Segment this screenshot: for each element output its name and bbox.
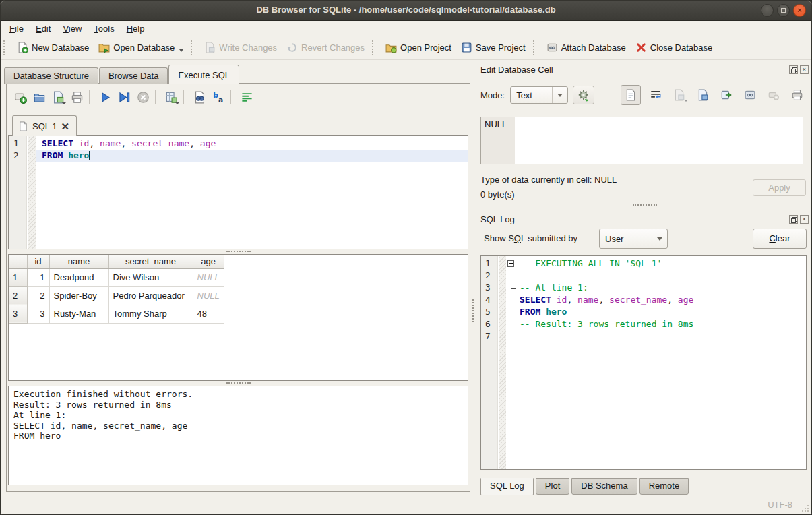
table-cell[interactable]: 3 [27, 305, 49, 323]
column-header-name[interactable]: name [49, 255, 108, 268]
table-cell[interactable]: Tommy Sharp [108, 305, 193, 323]
close-button[interactable]: × [793, 4, 806, 17]
toolbar-separator [191, 40, 195, 55]
toolbar-attach-database-button[interactable]: Attach Database [542, 38, 631, 57]
column-header-id[interactable]: id [27, 255, 49, 268]
fold-marker [506, 330, 517, 342]
toolbar-new-database-button[interactable]: New Database [12, 38, 94, 57]
print-cell-icon[interactable] [788, 86, 806, 104]
tab-browse-data[interactable]: Browse Data [99, 67, 168, 84]
tab-database-structure[interactable]: Database Structure [4, 67, 98, 84]
minimize-button[interactable]: – [761, 4, 774, 17]
fold-margin-cell [498, 306, 506, 318]
menu-view[interactable]: View [57, 22, 88, 35]
import-in-cell-icon [670, 86, 688, 104]
editor-results-splitter[interactable] [7, 249, 470, 254]
export-results-icon[interactable] [162, 88, 181, 106]
close-panel-icon[interactable]: × [800, 215, 809, 224]
find-icon[interactable] [190, 88, 209, 106]
revert-changes-icon [286, 42, 298, 53]
link-data-icon[interactable] [741, 86, 759, 104]
code-line: 2-- [481, 270, 806, 282]
new-database-icon [17, 42, 28, 53]
app-window: DB Browser for SQLite - /home/user/code/… [0, 0, 812, 515]
new-sql-tab-icon[interactable] [11, 88, 30, 106]
resize-grip-icon[interactable] [802, 505, 809, 512]
stop-icon [133, 88, 152, 106]
table-cell[interactable]: Deadpond [49, 268, 108, 286]
text-mode-icon[interactable] [621, 85, 641, 105]
autocomplete-icon[interactable]: ba [209, 88, 228, 106]
code-line: 2FROM hero [9, 150, 468, 162]
code-line: 7 [481, 330, 806, 342]
fold-marker [506, 306, 517, 318]
menu-file[interactable]: File [3, 22, 30, 35]
cell-value-editor[interactable]: NULL [480, 117, 803, 164]
line-number: 2 [481, 270, 498, 282]
table-cell[interactable]: 48 [193, 305, 224, 323]
menu-tools[interactable]: Tools [88, 22, 120, 35]
code-text [517, 330, 806, 342]
float-panel-icon[interactable] [789, 215, 798, 224]
toolbar-save-project-button[interactable]: Save Project [456, 38, 530, 57]
log-filter-select[interactable]: User [599, 229, 668, 249]
toolbar-button-label: Revert Changes [301, 42, 365, 53]
export-cell-icon[interactable] [718, 86, 735, 104]
apply-settings-button[interactable] [573, 86, 594, 104]
window-title: DB Browser for SQLite - /home/user/code/… [1, 5, 811, 15]
row-number[interactable]: 1 [9, 268, 27, 286]
dropdown-arrow-icon [62, 102, 66, 104]
menu-help[interactable]: Help [121, 22, 151, 35]
mode-label: Mode: [480, 90, 505, 100]
row-number[interactable]: 3 [9, 305, 27, 323]
open-sql-file-icon[interactable] [30, 88, 49, 106]
table-cell[interactable]: NULL [193, 268, 224, 286]
execute-all-icon[interactable] [96, 88, 115, 106]
sql-editor[interactable]: 1SELECT id, name, secret_name, age2FROM … [8, 135, 468, 249]
table-cell[interactable]: 1 [27, 268, 49, 286]
panel-splitter[interactable] [470, 60, 476, 495]
print-icon[interactable] [67, 88, 86, 106]
clear-log-button[interactable]: Clear [753, 229, 807, 249]
table-cell[interactable]: Rusty-Man [49, 305, 108, 323]
table-cell[interactable]: Dive Wilson [108, 268, 193, 286]
sql-tab[interactable]: SQL 1 ✕ [12, 115, 77, 136]
execute-sql-panel: ba SQL 1 ✕ 1SELECT id, name, secret_name… [6, 83, 470, 492]
menu-edit[interactable]: Edit [30, 22, 57, 35]
format-sql-icon[interactable] [237, 88, 256, 106]
fold-marker [506, 294, 517, 306]
tab-execute-sql[interactable]: Execute SQL [168, 65, 239, 84]
toolbar-close-database-button[interactable]: Close Database [631, 38, 718, 57]
encoding-label: UTF-8 [768, 499, 792, 510]
save-sql-file-icon[interactable] [49, 88, 67, 106]
toolbar-open-database-button[interactable]: Open Database [94, 38, 188, 57]
table-cell[interactable]: Spider-Boy [49, 286, 108, 305]
float-panel-icon[interactable] [789, 65, 798, 74]
column-header-secret-name[interactable]: secret_name [108, 255, 193, 268]
toolbar-open-project-button[interactable]: Open Project [381, 38, 456, 57]
row-number[interactable]: 2 [9, 286, 27, 305]
fold-marker[interactable] [506, 258, 517, 270]
table-cell[interactable]: NULL [193, 286, 224, 305]
titlebar[interactable]: DB Browser for SQLite - /home/user/code/… [1, 1, 811, 21]
word-wrap-icon[interactable] [647, 86, 664, 104]
sql-log-view[interactable]: 1-- EXECUTING ALL IN 'SQL 1'2--3-- At li… [480, 255, 807, 470]
column-header-age[interactable]: age [193, 255, 224, 268]
dropdown-arrow-icon [684, 100, 688, 102]
results-message-splitter[interactable] [7, 381, 470, 386]
bottom-tab-sql-log[interactable]: SQL Log [480, 478, 534, 496]
cell-log-splitter[interactable] [476, 202, 812, 208]
table-cell[interactable]: 2 [27, 286, 49, 305]
save-as-icon[interactable] [694, 86, 712, 104]
bottom-tab-remote[interactable]: Remote [639, 478, 689, 495]
execute-current-line-icon[interactable] [115, 88, 133, 106]
bottom-tab-plot[interactable]: Plot [536, 478, 569, 495]
maximize-button[interactable] [777, 4, 790, 17]
toolbar-button-label: Save Project [476, 42, 526, 53]
bottom-tab-db-schema[interactable]: DB Schema [571, 478, 637, 495]
mode-select[interactable]: Text [510, 86, 568, 104]
close-panel-icon[interactable]: × [800, 65, 809, 74]
close-tab-icon[interactable]: ✕ [61, 121, 69, 131]
corner-header[interactable] [9, 255, 27, 268]
table-cell[interactable]: Pedro Parqueador [108, 286, 193, 305]
